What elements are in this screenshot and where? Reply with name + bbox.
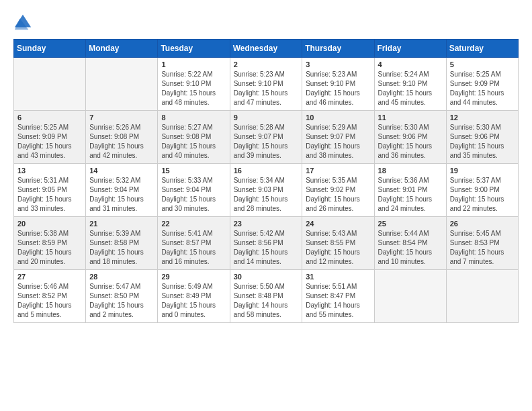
day-number: 21: [89, 220, 154, 228]
calendar-cell: 21Sunrise: 5:39 AMSunset: 8:58 PMDayligh…: [86, 217, 158, 270]
weekday-header: Sunday: [14, 40, 86, 58]
calendar-week-row: 13Sunrise: 5:31 AMSunset: 9:05 PMDayligh…: [14, 164, 519, 217]
day-number: 7: [89, 113, 154, 122]
weekday-header: Wednesday: [230, 40, 302, 58]
day-number: 12: [450, 113, 515, 122]
day-info: Sunrise: 5:26 AMSunset: 9:08 PMDaylight:…: [89, 123, 154, 161]
calendar-cell: 13Sunrise: 5:31 AMSunset: 9:05 PMDayligh…: [14, 164, 86, 217]
calendar-week-row: 27Sunrise: 5:46 AMSunset: 8:52 PMDayligh…: [14, 270, 519, 323]
day-number: 15: [161, 167, 226, 175]
day-info: Sunrise: 5:35 AMSunset: 9:02 PMDaylight:…: [306, 176, 370, 214]
calendar-cell: 25Sunrise: 5:44 AMSunset: 8:54 PMDayligh…: [374, 217, 446, 270]
calendar-table: SundayMondayTuesdayWednesdayThursdayFrid…: [13, 39, 519, 323]
day-number: 30: [234, 273, 299, 281]
day-info: Sunrise: 5:30 AMSunset: 9:06 PMDaylight:…: [450, 123, 515, 161]
calendar-cell: 24Sunrise: 5:43 AMSunset: 8:55 PMDayligh…: [302, 217, 374, 270]
day-number: 1: [161, 60, 226, 68]
day-info: Sunrise: 5:31 AMSunset: 9:05 PMDaylight:…: [17, 176, 82, 214]
day-number: 22: [161, 220, 226, 228]
calendar-cell: 10Sunrise: 5:29 AMSunset: 9:07 PMDayligh…: [302, 111, 374, 164]
day-info: Sunrise: 5:50 AMSunset: 8:48 PMDaylight:…: [234, 282, 299, 320]
day-number: 3: [306, 60, 370, 68]
calendar-cell: 14Sunrise: 5:32 AMSunset: 9:04 PMDayligh…: [86, 164, 158, 217]
day-info: Sunrise: 5:37 AMSunset: 9:00 PMDaylight:…: [450, 176, 515, 214]
calendar-cell: 30Sunrise: 5:50 AMSunset: 8:48 PMDayligh…: [230, 270, 302, 323]
day-info: Sunrise: 5:22 AMSunset: 9:10 PMDaylight:…: [161, 70, 226, 107]
calendar-cell: 29Sunrise: 5:49 AMSunset: 8:49 PMDayligh…: [158, 270, 230, 323]
calendar-cell: 16Sunrise: 5:34 AMSunset: 9:03 PMDayligh…: [230, 164, 302, 217]
day-number: 23: [234, 220, 299, 228]
calendar-cell: 2Sunrise: 5:23 AMSunset: 9:10 PMDaylight…: [230, 58, 302, 111]
calendar-cell: [86, 58, 158, 111]
logo-icon: [13, 13, 32, 32]
day-info: Sunrise: 5:42 AMSunset: 8:56 PMDaylight:…: [234, 229, 299, 267]
day-number: 27: [17, 273, 82, 281]
calendar-cell: 11Sunrise: 5:30 AMSunset: 9:06 PMDayligh…: [374, 111, 446, 164]
day-number: 25: [378, 220, 443, 228]
calendar-week-row: 20Sunrise: 5:38 AMSunset: 8:59 PMDayligh…: [14, 217, 519, 270]
day-number: 29: [161, 273, 226, 281]
day-info: Sunrise: 5:45 AMSunset: 8:53 PMDaylight:…: [450, 229, 515, 267]
day-info: Sunrise: 5:49 AMSunset: 8:49 PMDaylight:…: [161, 282, 226, 320]
calendar-week-row: 1Sunrise: 5:22 AMSunset: 9:10 PMDaylight…: [14, 58, 519, 111]
calendar-cell: 20Sunrise: 5:38 AMSunset: 8:59 PMDayligh…: [14, 217, 86, 270]
day-number: 20: [17, 220, 82, 228]
day-number: 28: [89, 273, 154, 281]
day-number: 8: [161, 113, 226, 122]
day-number: 31: [306, 273, 370, 281]
day-info: Sunrise: 5:24 AMSunset: 9:10 PMDaylight:…: [378, 70, 443, 107]
day-info: Sunrise: 5:25 AMSunset: 9:09 PMDaylight:…: [450, 70, 515, 107]
day-info: Sunrise: 5:41 AMSunset: 8:57 PMDaylight:…: [161, 229, 226, 267]
day-number: 2: [234, 60, 299, 68]
calendar-cell: 12Sunrise: 5:30 AMSunset: 9:06 PMDayligh…: [446, 111, 518, 164]
day-info: Sunrise: 5:29 AMSunset: 9:07 PMDaylight:…: [306, 123, 370, 161]
calendar-cell: 6Sunrise: 5:25 AMSunset: 9:09 PMDaylight…: [14, 111, 86, 164]
day-info: Sunrise: 5:32 AMSunset: 9:04 PMDaylight:…: [89, 176, 154, 214]
day-info: Sunrise: 5:30 AMSunset: 9:06 PMDaylight:…: [378, 123, 443, 161]
day-number: 11: [378, 113, 443, 122]
calendar-cell: 27Sunrise: 5:46 AMSunset: 8:52 PMDayligh…: [14, 270, 86, 323]
day-info: Sunrise: 5:46 AMSunset: 8:52 PMDaylight:…: [17, 282, 82, 320]
calendar-cell: 9Sunrise: 5:28 AMSunset: 9:07 PMDaylight…: [230, 111, 302, 164]
calendar-cell: 17Sunrise: 5:35 AMSunset: 9:02 PMDayligh…: [302, 164, 374, 217]
day-number: 26: [450, 220, 515, 228]
day-info: Sunrise: 5:38 AMSunset: 8:59 PMDaylight:…: [17, 229, 82, 267]
weekday-header: Tuesday: [158, 40, 230, 58]
day-number: 5: [450, 60, 515, 68]
day-number: 13: [17, 167, 82, 175]
day-number: 14: [89, 167, 154, 175]
day-number: 6: [17, 113, 82, 122]
calendar-cell: 8Sunrise: 5:27 AMSunset: 9:08 PMDaylight…: [158, 111, 230, 164]
calendar-cell: 31Sunrise: 5:51 AMSunset: 8:47 PMDayligh…: [302, 270, 374, 323]
calendar-cell: 15Sunrise: 5:33 AMSunset: 9:04 PMDayligh…: [158, 164, 230, 217]
day-info: Sunrise: 5:47 AMSunset: 8:50 PMDaylight:…: [89, 282, 154, 320]
day-info: Sunrise: 5:44 AMSunset: 8:54 PMDaylight:…: [378, 229, 443, 267]
weekday-header: Saturday: [446, 40, 518, 58]
calendar-cell: [374, 270, 446, 323]
weekday-header: Friday: [374, 40, 446, 58]
day-info: Sunrise: 5:39 AMSunset: 8:58 PMDaylight:…: [89, 229, 154, 267]
calendar-cell: 5Sunrise: 5:25 AMSunset: 9:09 PMDaylight…: [446, 58, 518, 111]
calendar-cell: 1Sunrise: 5:22 AMSunset: 9:10 PMDaylight…: [158, 58, 230, 111]
day-number: 9: [234, 113, 299, 122]
calendar-header-row: SundayMondayTuesdayWednesdayThursdayFrid…: [14, 40, 519, 58]
day-info: Sunrise: 5:51 AMSunset: 8:47 PMDaylight:…: [306, 282, 370, 320]
day-number: 24: [306, 220, 370, 228]
page: SundayMondayTuesdayWednesdayThursdayFrid…: [0, 0, 532, 330]
day-info: Sunrise: 5:27 AMSunset: 9:08 PMDaylight:…: [161, 123, 226, 161]
day-info: Sunrise: 5:33 AMSunset: 9:04 PMDaylight:…: [161, 176, 226, 214]
calendar-cell: [14, 58, 86, 111]
calendar-cell: 19Sunrise: 5:37 AMSunset: 9:00 PMDayligh…: [446, 164, 518, 217]
weekday-header: Monday: [86, 40, 158, 58]
calendar-cell: [446, 270, 518, 323]
day-number: 19: [450, 167, 515, 175]
calendar-cell: 22Sunrise: 5:41 AMSunset: 8:57 PMDayligh…: [158, 217, 230, 270]
calendar-cell: 26Sunrise: 5:45 AMSunset: 8:53 PMDayligh…: [446, 217, 518, 270]
calendar-cell: 4Sunrise: 5:24 AMSunset: 9:10 PMDaylight…: [374, 58, 446, 111]
header: [13, 13, 519, 32]
day-number: 4: [378, 60, 443, 68]
day-info: Sunrise: 5:28 AMSunset: 9:07 PMDaylight:…: [234, 123, 299, 161]
day-number: 10: [306, 113, 370, 122]
day-number: 16: [234, 167, 299, 175]
calendar-cell: 7Sunrise: 5:26 AMSunset: 9:08 PMDaylight…: [86, 111, 158, 164]
